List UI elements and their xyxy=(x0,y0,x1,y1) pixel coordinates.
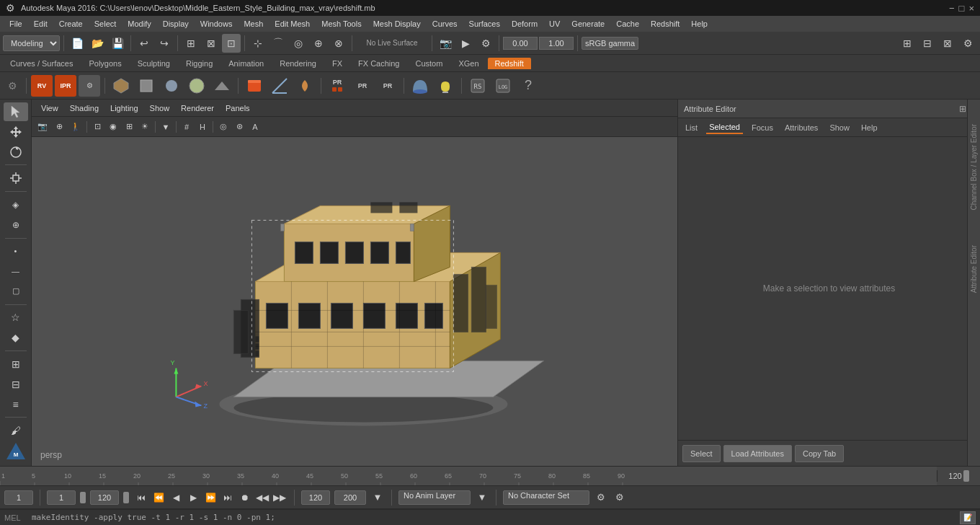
title-controls[interactable]: − □ × xyxy=(949,3,974,14)
vp-grid-button[interactable]: # xyxy=(179,120,194,134)
ae-copy-tab-button[interactable]: Copy Tab xyxy=(795,445,844,462)
ae-tab-help[interactable]: Help xyxy=(858,122,881,133)
script-editor-button[interactable]: 📝 xyxy=(960,511,976,524)
select-tool-button[interactable] xyxy=(4,102,28,121)
script-editor-icon[interactable]: 📝 xyxy=(960,511,976,524)
range-end-slider[interactable] xyxy=(123,492,129,503)
menu-display[interactable]: Display xyxy=(158,18,194,30)
ae-tab-selected[interactable]: Selected xyxy=(706,121,743,134)
workspace-dropdown[interactable]: Modeling xyxy=(3,35,60,51)
viewport-canvas[interactable]: Y X Z persp xyxy=(32,137,677,466)
minimize-button[interactable]: − xyxy=(949,3,955,14)
bookmarks-button[interactable]: ☆ xyxy=(4,309,28,327)
menu-uv[interactable]: UV xyxy=(544,18,565,30)
module-tab-fx-caching[interactable]: FX Caching xyxy=(351,58,406,69)
vp-hud-button[interactable]: H xyxy=(195,120,210,134)
rs-pr2-button[interactable]: PR xyxy=(351,74,374,97)
vp-menu-panels[interactable]: Panels xyxy=(220,102,255,114)
select-by-object-button[interactable]: ⊡ xyxy=(222,34,241,53)
rs-help-button[interactable]: ? xyxy=(517,74,540,97)
snap-view-button[interactable]: ⊕ xyxy=(309,34,328,53)
menu-generate[interactable]: Generate xyxy=(566,18,610,30)
timeline-ruler[interactable]: 1 5 10 15 20 25 30 35 40 45 50 55 60 xyxy=(0,467,937,485)
ae-maximize-icon[interactable]: ⊞ xyxy=(959,104,966,114)
attribute-editor-tab[interactable]: Attribute Editor xyxy=(968,242,979,296)
paint-button[interactable]: 🖌 xyxy=(4,421,28,440)
vp-menu-show[interactable]: Show xyxy=(145,102,175,114)
rs-dome-button[interactable] xyxy=(409,74,432,97)
add-div2-button[interactable]: ⊟ xyxy=(4,375,28,394)
rs-object-button[interactable] xyxy=(243,74,266,97)
component-vertex-button[interactable]: • xyxy=(4,242,28,260)
rs-proxy-button[interactable] xyxy=(110,74,133,97)
module-tab-animation[interactable]: Animation xyxy=(221,58,271,69)
redo-button[interactable]: ↪ xyxy=(155,34,174,53)
frame-range-options[interactable]: ▼ xyxy=(370,490,385,505)
save-scene-button[interactable]: 💾 xyxy=(108,34,127,53)
rs-settings-cog[interactable]: ⚙ xyxy=(3,76,22,95)
vp-smooth-button[interactable]: ⊛ xyxy=(232,120,246,134)
ae-tab-show[interactable]: Show xyxy=(827,122,852,133)
undo-button[interactable]: ↩ xyxy=(135,34,153,53)
menu-edit[interactable]: Edit xyxy=(29,18,53,30)
module-tab-rigging[interactable]: Rigging xyxy=(179,58,220,69)
rs-pr1-button[interactable]: PR xyxy=(326,74,349,97)
select-by-hierarchy-button[interactable]: ⊞ xyxy=(182,34,200,53)
show-manipulator-button[interactable]: ⊕ xyxy=(4,216,28,234)
module-tab-fx[interactable]: FX xyxy=(325,58,349,69)
char-set-options1[interactable]: ⚙ xyxy=(594,490,608,505)
soft-select-button[interactable]: ◈ xyxy=(4,195,28,214)
transport-next-key[interactable]: ⏩ xyxy=(202,490,218,506)
rs-light-button[interactable] xyxy=(434,74,457,97)
frame-range-max-input[interactable] xyxy=(334,490,366,505)
vp-menu-lighting[interactable]: Lighting xyxy=(105,102,143,114)
transport-jump-start[interactable]: ⏮ xyxy=(133,490,149,506)
anim-layer-dropdown[interactable]: No Anim Layer xyxy=(398,490,471,505)
panel-layout-button[interactable]: ⊞ xyxy=(898,34,917,53)
transport-prev-key[interactable]: ◀ xyxy=(168,490,184,506)
transport-step-back2[interactable]: ◀◀ xyxy=(254,490,270,506)
menu-help[interactable]: Help xyxy=(686,18,713,30)
module-tab-sculpting[interactable]: Sculpting xyxy=(130,58,177,69)
maximize-button[interactable]: □ xyxy=(959,3,965,14)
transport-record[interactable]: ⏺ xyxy=(237,490,253,506)
snap-curve-button[interactable]: ⌒ xyxy=(269,34,288,53)
rs-geo-button[interactable] xyxy=(135,74,158,97)
component-edge-button[interactable]: — xyxy=(4,262,28,281)
transport-step-back[interactable]: ⏪ xyxy=(151,490,166,506)
playback-start-input[interactable] xyxy=(47,490,76,505)
vp-wire-button[interactable]: ⊡ xyxy=(90,120,104,134)
add-div-button[interactable]: ⊞ xyxy=(4,355,28,374)
menu-redshift[interactable]: Redshift xyxy=(646,18,685,30)
vp-light-button[interactable]: ☀ xyxy=(138,120,152,134)
menu-windows[interactable]: Windows xyxy=(195,18,238,30)
no-live-surface-button[interactable]: No Live Surface xyxy=(356,34,428,53)
menu-surfaces[interactable]: Surfaces xyxy=(464,18,505,30)
module-tab-rendering[interactable]: Rendering xyxy=(272,58,324,69)
open-scene-button[interactable]: 📂 xyxy=(88,34,107,53)
menu-cache[interactable]: Cache xyxy=(611,18,644,30)
rs-log-button[interactable]: LOG xyxy=(491,74,514,97)
menu-curves[interactable]: Curves xyxy=(427,18,463,30)
transport-jump-end[interactable]: ⏭ xyxy=(220,490,236,506)
module-tab-redshift[interactable]: Redshift xyxy=(488,58,531,69)
mel-label[interactable]: MEL xyxy=(4,513,26,522)
range-start-slider[interactable] xyxy=(80,492,86,503)
panel-layout3-button[interactable]: ⊠ xyxy=(938,34,957,53)
vp-shaded-button[interactable]: ◉ xyxy=(106,120,120,134)
vp-menu-shading[interactable]: Shading xyxy=(65,102,104,114)
menu-modify[interactable]: Modify xyxy=(122,18,156,30)
module-tab-curves-surfaces[interactable]: Curves / Surfaces xyxy=(3,58,80,69)
settings-button[interactable]: ⚙ xyxy=(958,34,977,53)
rs-ipr-rv-button[interactable]: RV xyxy=(31,75,53,97)
rs-ipr-settings[interactable]: ⚙ xyxy=(79,75,100,97)
frame-range-end-input[interactable] xyxy=(301,490,330,505)
vp-menu-renderer[interactable]: Renderer xyxy=(176,102,219,114)
ipr-render-button[interactable]: ▶ xyxy=(456,34,475,53)
render-settings-button[interactable]: ⚙ xyxy=(476,34,495,53)
char-set-options2[interactable]: ⚙ xyxy=(612,490,627,505)
field-value2-input[interactable] xyxy=(539,37,574,50)
character-set-dropdown[interactable]: No Character Set xyxy=(503,490,589,505)
menu-create[interactable]: Create xyxy=(54,18,88,30)
channel-box-tab[interactable]: Channel Box / Layer Editor xyxy=(968,121,979,213)
